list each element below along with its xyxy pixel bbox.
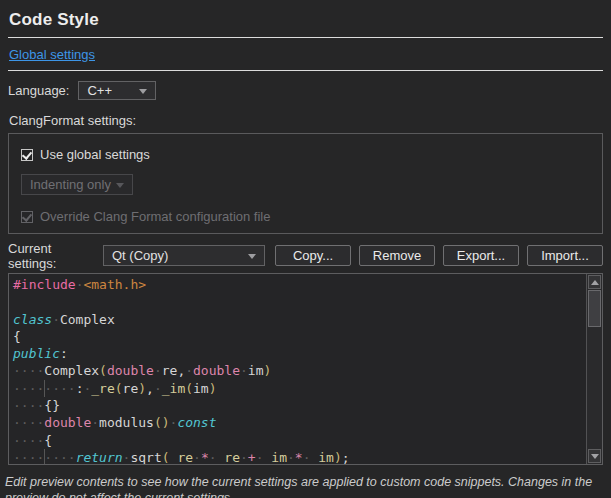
import-button[interactable]: Import... xyxy=(527,245,603,266)
code-token: _im xyxy=(162,381,185,396)
code-token: ···· xyxy=(13,398,44,413)
override-clang-format-label: Override Clang Format configuration file xyxy=(40,209,271,224)
code-token: · xyxy=(287,450,295,465)
code-token: im xyxy=(193,381,209,396)
code-token: ; xyxy=(342,450,350,465)
use-global-settings-label: Use global settings xyxy=(40,147,150,162)
checkbox-checked-icon xyxy=(21,149,33,161)
indenting-mode-select: Indenting only xyxy=(21,174,133,195)
code-token: ) xyxy=(138,381,146,396)
scrollbar-down-button[interactable] xyxy=(588,449,601,463)
export-button[interactable]: Export... xyxy=(443,245,519,266)
code-line: ····{ xyxy=(13,432,586,449)
current-settings-label: Current settings: xyxy=(8,241,103,271)
code-token: modulus xyxy=(99,415,154,430)
code-token: ···· xyxy=(13,433,44,448)
chevron-down-icon xyxy=(248,254,256,259)
code-token: class xyxy=(13,312,52,327)
code-token: * xyxy=(201,450,209,465)
language-label: Language: xyxy=(8,83,69,98)
code-token: ···· xyxy=(13,381,44,396)
chevron-down-icon xyxy=(139,89,147,94)
code-token: ···· xyxy=(44,381,75,396)
code-token: _re xyxy=(217,450,240,465)
vertical-scrollbar[interactable] xyxy=(586,274,602,464)
code-token: ···· xyxy=(44,450,75,465)
current-settings-value: Qt (Copy) xyxy=(112,248,168,263)
code-token: : xyxy=(60,346,68,361)
remove-button[interactable]: Remove xyxy=(359,245,435,266)
scrollbar-up-button[interactable] xyxy=(588,275,601,289)
page-title: Code Style xyxy=(9,10,603,30)
code-token: _im xyxy=(310,450,333,465)
code-token: Complex xyxy=(44,363,99,378)
code-lines: #include·<math.h>class·Complex{public:··… xyxy=(9,274,586,464)
code-token: · xyxy=(240,450,248,465)
code-token: ( xyxy=(115,381,123,396)
code-token: re xyxy=(123,381,139,396)
code-line: ····Complex(double·re,·double·im) xyxy=(13,362,586,379)
code-token: + xyxy=(248,450,256,465)
triangle-up-icon xyxy=(591,280,599,285)
code-token: · xyxy=(240,363,248,378)
code-token: _re xyxy=(91,381,114,396)
code-token: { xyxy=(44,433,52,448)
code-token: #include xyxy=(13,277,76,292)
code-token: double xyxy=(107,363,154,378)
code-preview-editor[interactable]: #include·<math.h>class·Complex{public:··… xyxy=(8,273,603,465)
language-select[interactable]: C++ xyxy=(78,81,156,100)
copy-button[interactable]: Copy... xyxy=(275,245,351,266)
code-line: #include·<math.h> xyxy=(13,276,586,293)
triangle-down-icon xyxy=(591,454,599,459)
code-token: ( xyxy=(185,381,193,396)
code-token: _re xyxy=(170,450,193,465)
code-token: · xyxy=(193,450,201,465)
code-token: · xyxy=(154,363,162,378)
checkbox-checked-icon xyxy=(21,211,33,223)
code-line: ········:·_re(re),·_im(im) xyxy=(13,380,586,397)
override-clang-format-checkbox: Override Clang Format configuration file xyxy=(21,209,590,224)
code-token: ···· xyxy=(13,415,44,430)
code-token: · xyxy=(256,450,264,465)
code-token: re xyxy=(162,363,178,378)
code-token: {} xyxy=(44,398,60,413)
code-token: ) xyxy=(209,381,217,396)
scrollbar-thumb[interactable] xyxy=(588,290,601,327)
code-line: ········return·sqrt(_re·*·_re·+·_im·*·_i… xyxy=(13,449,586,465)
code-line: ····double·modulus()·const xyxy=(13,414,586,431)
code-line xyxy=(13,293,586,310)
clangformat-settings-label: ClangFormat settings: xyxy=(9,113,603,128)
code-line: ····{} xyxy=(13,397,586,414)
code-token: ···· xyxy=(13,450,44,465)
code-token: · xyxy=(185,363,193,378)
code-token: · xyxy=(209,450,217,465)
current-settings-select[interactable]: Qt (Copy) xyxy=(103,245,265,266)
code-token: Complex xyxy=(60,312,115,327)
code-token: ( xyxy=(99,363,107,378)
indenting-mode-value: Indenting only xyxy=(30,177,111,192)
language-value: C++ xyxy=(87,83,112,98)
code-token: ) xyxy=(264,363,272,378)
clangformat-group: Use global settings Indenting only Overr… xyxy=(8,133,603,234)
use-global-settings-checkbox[interactable]: Use global settings xyxy=(21,147,590,162)
code-style-settings-page: Code Style Global settings Language: C++… xyxy=(0,0,611,498)
code-token: * xyxy=(295,450,303,465)
code-token: · xyxy=(154,381,162,396)
code-token: { xyxy=(13,329,21,344)
global-settings-link[interactable]: Global settings xyxy=(9,47,95,62)
code-token: const xyxy=(177,415,216,430)
code-line: public: xyxy=(13,345,586,362)
code-line: class·Complex xyxy=(13,311,586,328)
code-token: · xyxy=(91,415,99,430)
code-token: , xyxy=(146,381,154,396)
code-token: ) xyxy=(334,450,342,465)
code-token: () xyxy=(154,415,170,430)
code-token: double xyxy=(193,363,240,378)
code-token: sqrt xyxy=(130,450,161,465)
code-line: { xyxy=(13,328,586,345)
code-token: <math.h> xyxy=(83,277,146,292)
code-token: return xyxy=(76,450,123,465)
code-token: · xyxy=(52,312,60,327)
code-token: im xyxy=(248,363,264,378)
code-token: ···· xyxy=(13,363,44,378)
